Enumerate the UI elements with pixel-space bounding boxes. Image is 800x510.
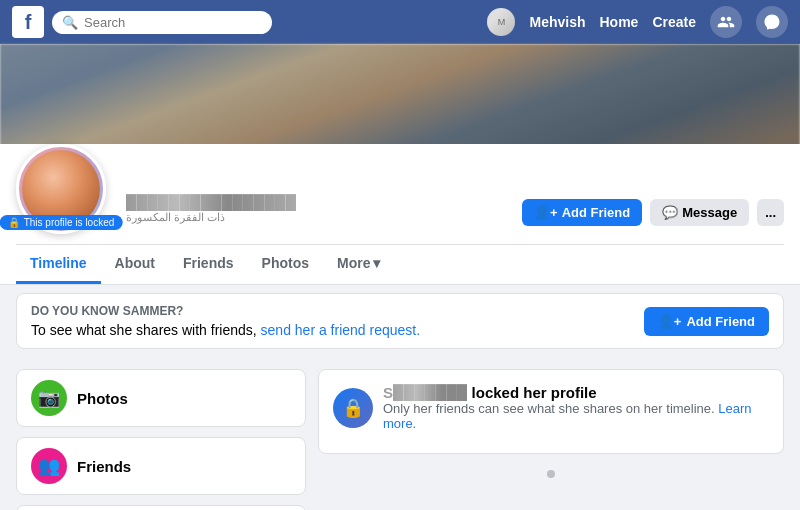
know-banner-text: To see what she shares with friends, sen…	[31, 322, 644, 338]
nav-create-link[interactable]: Create	[652, 14, 696, 30]
tab-timeline[interactable]: Timeline	[16, 245, 101, 284]
messenger-icon[interactable]	[756, 6, 788, 38]
profile-info: ████████████████ ذات الفقرة المكسورة	[118, 190, 510, 234]
know-banner: DO YOU KNOW SAMMER? To see what she shar…	[16, 293, 784, 349]
profile-section: 🔒 This profile is locked ███████████████…	[0, 144, 800, 285]
more-actions-button[interactable]: ...	[757, 199, 784, 226]
sidebar-friends-widget: 👥 Friends	[16, 437, 306, 495]
message-button[interactable]: 💬 Message	[650, 199, 749, 226]
know-banner-title: DO YOU KNOW SAMMER?	[31, 304, 644, 318]
know-banner-left: DO YOU KNOW SAMMER? To see what she shar…	[31, 304, 644, 338]
locked-profile-badge: 🔒 This profile is locked	[0, 215, 122, 230]
locked-post-header: 🔒 S███████ locked her profile Only her f…	[333, 384, 769, 431]
main-content: 📷 Photos 👥 Friends English (UK) English …	[0, 357, 800, 510]
add-friend-button[interactable]: 👤+ Add Friend	[522, 199, 642, 226]
search-bar[interactable]: 🔍	[52, 11, 272, 34]
send-friend-request-link[interactable]: send her a friend request.	[261, 322, 421, 338]
add-friend-icon: 👤+	[534, 205, 558, 220]
profile-nav: Timeline About Friends Photos More ▾	[16, 244, 784, 284]
top-navigation: f 🔍 M Mehvish Home Create	[0, 0, 800, 44]
language-section: English (UK) English (US) हिन्दी اردو + …	[16, 505, 306, 510]
friends-widget-item[interactable]: 👥 Friends	[17, 438, 305, 494]
profile-name-box: ████████████████ ذات الفقرة المكسورة	[118, 190, 304, 228]
profile-actions: 👤+ Add Friend 💬 Message ...	[522, 199, 784, 234]
chevron-down-icon: ▾	[373, 255, 380, 271]
nav-avatar: M	[487, 8, 515, 36]
right-content: 🔒 S███████ locked her profile Only her f…	[318, 369, 784, 510]
locked-post-info: S███████ locked her profile Only her fri…	[383, 384, 769, 431]
nav-username: Mehvish	[529, 14, 585, 30]
photos-label: Photos	[77, 390, 128, 407]
message-icon: 💬	[662, 205, 678, 220]
locked-post-action: locked her profile	[472, 384, 597, 401]
add-friend-sm-icon: 👤+	[658, 314, 682, 329]
tab-about[interactable]: About	[101, 245, 169, 284]
search-icon: 🔍	[62, 15, 78, 30]
tab-photos[interactable]: Photos	[248, 245, 323, 284]
profile-subtitle: ذات الفقرة المكسورة	[126, 211, 296, 224]
loading-indicator	[547, 470, 555, 478]
locked-post-name: S███████ locked her profile	[383, 384, 769, 401]
search-input[interactable]	[84, 15, 244, 30]
facebook-logo[interactable]: f	[12, 6, 44, 38]
left-sidebar: 📷 Photos 👥 Friends English (UK) English …	[16, 369, 306, 510]
nav-home-link[interactable]: Home	[600, 14, 639, 30]
nav-right: M Mehvish Home Create	[487, 6, 788, 38]
profile-top: 🔒 This profile is locked ███████████████…	[16, 144, 784, 242]
locked-post-card: 🔒 S███████ locked her profile Only her f…	[318, 369, 784, 454]
tab-more[interactable]: More ▾	[323, 245, 394, 284]
tab-friends[interactable]: Friends	[169, 245, 248, 284]
profile-avatar-wrap: 🔒 This profile is locked	[16, 144, 106, 234]
photos-icon: 📷	[31, 380, 67, 416]
friends-label: Friends	[77, 458, 131, 475]
friends-icon[interactable]	[710, 6, 742, 38]
sidebar-photos-widget: 📷 Photos	[16, 369, 306, 427]
photos-widget-item[interactable]: 📷 Photos	[17, 370, 305, 426]
friends-widget-icon: 👥	[31, 448, 67, 484]
locked-post-description: Only her friends can see what she shares…	[383, 401, 769, 431]
know-banner-add-friend-button[interactable]: 👤+ Add Friend	[644, 307, 769, 336]
lock-icon: 🔒	[8, 217, 20, 228]
locked-post-avatar: 🔒	[333, 388, 373, 428]
profile-name: ████████████████	[126, 194, 296, 211]
